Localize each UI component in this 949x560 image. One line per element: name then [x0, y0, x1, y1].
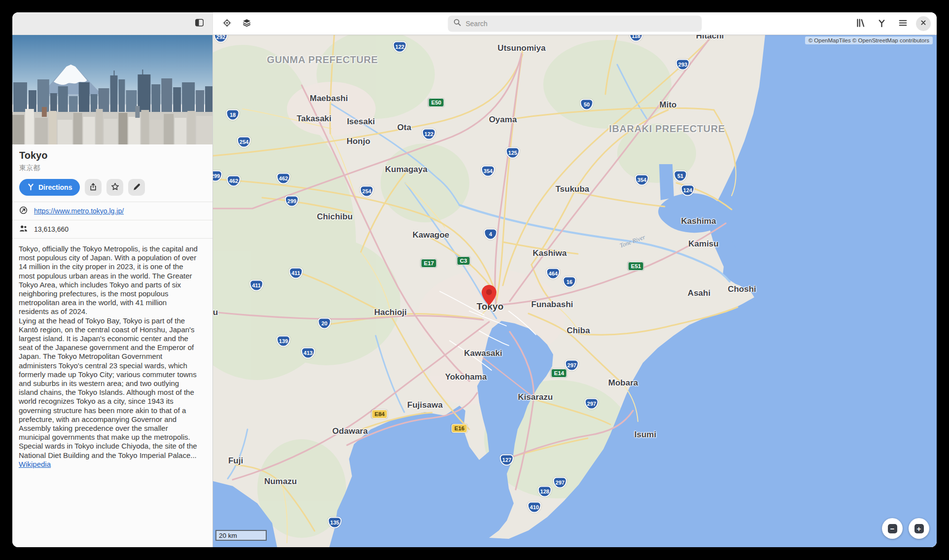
city-label: Asahi: [688, 288, 710, 298]
city-label: Chichibu: [317, 212, 353, 222]
header-right-group: [852, 16, 931, 32]
zoom-out-button[interactable]: −: [882, 518, 903, 539]
route-shield: 292: [214, 35, 228, 43]
expressway-badge: E50: [428, 98, 444, 107]
city-label: Kawasaki: [464, 349, 502, 358]
description-paragraph-1: Tokyo, officially the Tokyo Metropolis, …: [19, 245, 199, 316]
city-label: Mobara: [608, 378, 638, 388]
route-shield: 122: [393, 41, 407, 53]
description-paragraph-2-text: Lying at the head of Tokyo Bay, Tokyo is…: [19, 316, 197, 459]
place-native-name: 東京都: [19, 164, 206, 173]
website-link[interactable]: https://www.metro.tokyo.lg.jp/: [34, 207, 124, 215]
window-close-button[interactable]: [916, 16, 931, 31]
route-shield: 462: [227, 175, 241, 187]
route-shield: 411: [289, 268, 303, 279]
route-shield: 297: [565, 360, 579, 371]
description-paragraph-2: Lying at the head of Tokyo Bay, Tokyo is…: [19, 316, 199, 469]
favorites-library-button[interactable]: [852, 16, 868, 32]
sidebar-toggle-button[interactable]: [191, 16, 207, 32]
directions-route-icon: [27, 183, 35, 192]
sidebar-toggle-icon: [195, 19, 204, 28]
city-label: Fuji: [228, 456, 243, 466]
share-button[interactable]: [85, 179, 102, 196]
route-shield: 118: [629, 35, 643, 42]
website-row: https://www.metro.tokyo.lg.jp/: [12, 202, 212, 220]
population-value: 13,613,660: [34, 225, 69, 233]
main-menu-button[interactable]: [895, 16, 911, 32]
search-bar[interactable]: [448, 15, 702, 32]
window-content: Tokyo 東京都 Directions: [12, 35, 937, 547]
city-label: fu: [213, 308, 218, 317]
city-label: Kashiwa: [533, 248, 567, 258]
route-shield: 127: [500, 455, 514, 466]
city-label: Chiba: [566, 326, 590, 336]
city-label: Honjo: [347, 137, 370, 146]
place-head: Tokyo 東京都 Directions: [12, 144, 212, 202]
city-label: Isesaki: [347, 117, 375, 127]
search-input[interactable]: [465, 19, 697, 28]
zoom-in-button[interactable]: +: [909, 518, 929, 539]
city-label: Isumi: [634, 430, 656, 440]
map-scale-bar: 20 km: [215, 530, 267, 541]
route-shield: 18: [226, 109, 240, 121]
city-label: Takasaki: [297, 114, 332, 124]
city-label: Hitachi: [696, 35, 724, 41]
share-icon: [89, 183, 97, 192]
city-label: Hachioji: [374, 308, 407, 317]
route-shield: 124: [681, 185, 695, 196]
layers-button[interactable]: [239, 16, 254, 32]
route-shield: 354: [481, 166, 495, 177]
route-shield: 354: [635, 175, 649, 186]
locate-icon: [223, 19, 231, 29]
directions-button[interactable]: Directions: [19, 179, 80, 196]
edit-button[interactable]: [128, 179, 145, 196]
route-shield: 462: [277, 173, 290, 184]
header-bar: [12, 12, 937, 35]
map-attribution: © OpenMapTiles © OpenStreetMap contribut…: [805, 36, 933, 44]
route-shield: 125: [506, 147, 520, 159]
wikipedia-link[interactable]: Wikipedia: [19, 460, 51, 468]
city-label: Kisarazu: [518, 392, 553, 402]
city-label: Maebashi: [310, 94, 348, 104]
route-shield: 16: [563, 277, 576, 288]
map-canvas[interactable]: GUNMA PREFECTUREIBARAKI PREFECTUREUtsuno…: [213, 35, 937, 547]
place-sidebar: Tokyo 東京都 Directions: [12, 35, 213, 547]
route-shield: 254: [237, 137, 251, 148]
web-globe-icon: [19, 206, 28, 216]
search-icon: [454, 19, 461, 29]
expressway-badge: E51: [628, 262, 644, 271]
map-labels-overlay: GUNMA PREFECTUREIBARAKI PREFECTUREUtsuno…: [213, 35, 937, 547]
header-left-group: [219, 16, 254, 32]
place-info-rows: https://www.metro.tokyo.lg.jp/ 13,613,66…: [12, 202, 212, 239]
route-shield: 20: [318, 318, 331, 329]
route-shield: 299: [213, 171, 222, 182]
route-planner-button[interactable]: [874, 16, 889, 32]
route-shield: 299: [285, 196, 299, 207]
route-shield: 297: [585, 398, 598, 410]
locate-button[interactable]: [219, 16, 235, 32]
city-label: Kashima: [681, 216, 716, 226]
city-label: Kawagoe: [413, 230, 450, 240]
main-header: [213, 12, 937, 35]
population-people-icon: [19, 224, 28, 234]
star-icon: [111, 182, 119, 192]
city-label: Ota: [397, 123, 411, 133]
expressway-badge: E17: [421, 259, 437, 268]
population-row: 13,613,660: [12, 220, 212, 239]
map-pin[interactable]: [481, 284, 497, 306]
favorite-star-button[interactable]: [106, 179, 123, 196]
route-shield: 411: [249, 280, 263, 291]
city-label: Kumagaya: [385, 165, 427, 175]
river-label: Tone River: [619, 234, 646, 250]
city-label: Numazu: [264, 477, 297, 487]
library-icon: [856, 19, 865, 29]
route-shield: 122: [422, 129, 436, 140]
route-shield: 464: [546, 268, 560, 280]
route-icon: [878, 19, 886, 29]
route-shield: 139: [277, 336, 290, 347]
expressway-badge: E16: [452, 424, 467, 433]
route-shield: 410: [527, 502, 541, 513]
hamburger-menu-icon: [899, 19, 907, 29]
zoom-out-icon: −: [888, 524, 897, 533]
maps-app-window: Tokyo 東京都 Directions: [12, 12, 937, 547]
